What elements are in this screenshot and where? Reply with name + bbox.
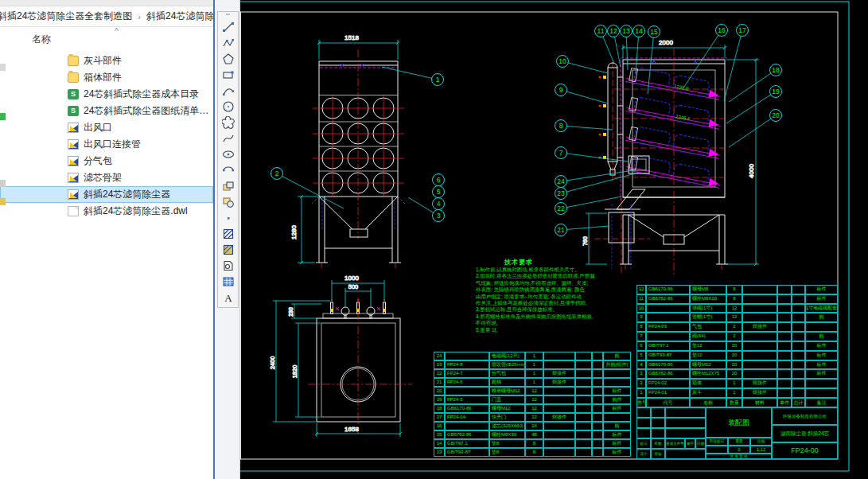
parts-cell <box>575 413 592 422</box>
file-list-item[interactable]: 滤芯骨架 <box>0 169 213 186</box>
file-name: 箱体部件 <box>84 71 122 84</box>
parts-cell: 门盖 <box>489 395 525 404</box>
parts-cell: 管帽(1寸) <box>690 313 726 322</box>
parts-cell <box>592 395 603 404</box>
parts-cell <box>777 285 792 294</box>
parts-cell: 阀(64) <box>690 332 726 341</box>
parts-cell <box>575 352 592 360</box>
cad-canvas[interactable]: 1518 1280 <box>240 0 868 479</box>
ellipse-tool-button[interactable] <box>219 146 237 162</box>
parts-cell <box>777 332 792 341</box>
file-name: 出风口 <box>84 121 112 134</box>
breadcrumb-folder[interactable]: 斜插24芯滤筒除尘器全套制造图 <box>0 10 132 23</box>
folder-icon <box>68 72 79 83</box>
revcloud-tool-button[interactable] <box>219 115 237 130</box>
parts-cell: 标件 <box>603 404 631 413</box>
mtext-tool-button[interactable]: A <box>219 290 237 306</box>
tree-icon-fragment <box>0 113 6 120</box>
parts-cell: 8 <box>726 294 742 304</box>
parts-cell: 2 <box>726 322 742 332</box>
gradient-tool-button[interactable] <box>219 242 237 258</box>
file-list-item[interactable]: 灰斗部件 <box>0 53 213 69</box>
parts-cell: 3 <box>636 369 646 379</box>
parts-cell: 5 <box>636 351 646 360</box>
parts-cell: GB6170-86 <box>646 360 690 370</box>
parts-cell: GB/T93-87 <box>646 351 690 360</box>
parts-cell <box>742 285 777 294</box>
callout-number: 13 <box>622 27 630 35</box>
table-tool-button[interactable] <box>219 274 237 290</box>
callout-number: 23 <box>557 189 565 197</box>
parts-cell: 10 <box>636 304 646 313</box>
file-list-item[interactable]: S24芯斜插式除尘器成本目录 <box>0 86 213 103</box>
region-tool-button[interactable] <box>219 258 237 274</box>
polygon-tool-button[interactable] <box>219 51 237 67</box>
callout-number: 21 <box>557 226 565 234</box>
point-tool-button[interactable] <box>219 210 237 226</box>
line-tool-button[interactable] <box>219 19 237 35</box>
ellipse-arc-tool-button[interactable] <box>219 162 237 178</box>
callout-leader <box>561 126 613 130</box>
parts-cell <box>792 379 805 388</box>
make-block-tool-button[interactable] <box>219 194 237 210</box>
parts-header-cell: 备注 <box>805 398 838 407</box>
parts-cell <box>543 430 575 439</box>
parts-cell: 焊接件 <box>742 322 777 332</box>
insert-block-icon <box>222 180 235 193</box>
parts-cell <box>742 369 777 379</box>
nav-pane-edge <box>0 53 8 236</box>
parts-header-cell: 代号 <box>646 398 690 407</box>
polyline-tool-button[interactable] <box>219 35 237 51</box>
parts-cell <box>603 413 631 422</box>
dwg-icon <box>68 173 79 183</box>
parts-cell: 8 <box>726 285 742 294</box>
file-list-item[interactable]: S24芯斜插式除尘器图纸清单标准件外购... <box>0 103 213 119</box>
polyline-icon <box>222 37 235 49</box>
parts-cell: FP24-7 <box>445 369 489 378</box>
callout-leader <box>729 70 776 102</box>
weight-value: 0 <box>728 446 750 454</box>
parts-cell: 标件 <box>805 369 838 379</box>
file-list-item[interactable]: 出风口 <box>0 119 213 136</box>
list-column-header[interactable]: ^ 名称 <box>0 29 213 48</box>
parts-cell: 21 <box>434 378 445 387</box>
parts-header-cell: 总计 <box>792 398 805 407</box>
arc-tool-button[interactable] <box>219 83 237 99</box>
spline-tool-button[interactable] <box>219 130 237 146</box>
callout-leader <box>726 92 776 123</box>
notes-title: 技术要求 <box>504 258 597 267</box>
titleblock-cell <box>651 407 665 418</box>
callout-number: 11 <box>597 27 605 35</box>
file-list-item[interactable]: 出风口连接管 <box>0 136 213 153</box>
parts-cell <box>543 395 575 404</box>
parts-cell <box>805 379 838 388</box>
breadcrumb-current-folder[interactable]: 斜插24芯滤筒除 <box>146 10 213 23</box>
parts-cell: 6 <box>636 341 646 351</box>
rectangle-tool-button[interactable] <box>219 67 237 83</box>
file-list-item[interactable]: 分气包 <box>0 153 213 169</box>
hatch-tool-button[interactable] <box>219 226 237 242</box>
note-line: 气现象; 焊缝应饱满均匀,不得有虚焊、漏焊、夹渣; <box>476 280 597 286</box>
file-list-item[interactable]: 箱体部件 <box>0 69 213 86</box>
parts-cell: 20 <box>726 360 742 370</box>
parts-cell: 8 <box>525 439 543 448</box>
parts-cell: 标件 <box>603 387 631 395</box>
parts-cell: GB5782-86 <box>646 369 690 379</box>
dim-230: 230 <box>288 307 294 317</box>
parts-cell: 焊接件 <box>543 369 575 378</box>
callout-number: 18 <box>772 66 780 74</box>
parts-cell <box>592 430 603 439</box>
file-list-item[interactable]: 斜插24芯滤筒除尘器 <box>0 186 213 203</box>
parts-cell <box>742 332 777 341</box>
parts-cell: 12 <box>525 395 543 404</box>
product-name: 滤筒除尘器 斜插24芯 <box>772 425 838 442</box>
ellipse-icon <box>222 148 235 161</box>
titleblock-cell <box>665 418 706 428</box>
parts-cell <box>777 379 792 388</box>
toolbar-grip[interactable] <box>226 14 230 18</box>
dim-side-height: 4000 <box>748 164 755 178</box>
file-list-item[interactable]: 斜插24芯滤筒除尘器.dwl <box>0 203 213 220</box>
parts-cell <box>575 369 592 378</box>
circle-tool-button[interactable] <box>219 99 237 115</box>
insert-block-tool-button[interactable] <box>219 178 237 194</box>
